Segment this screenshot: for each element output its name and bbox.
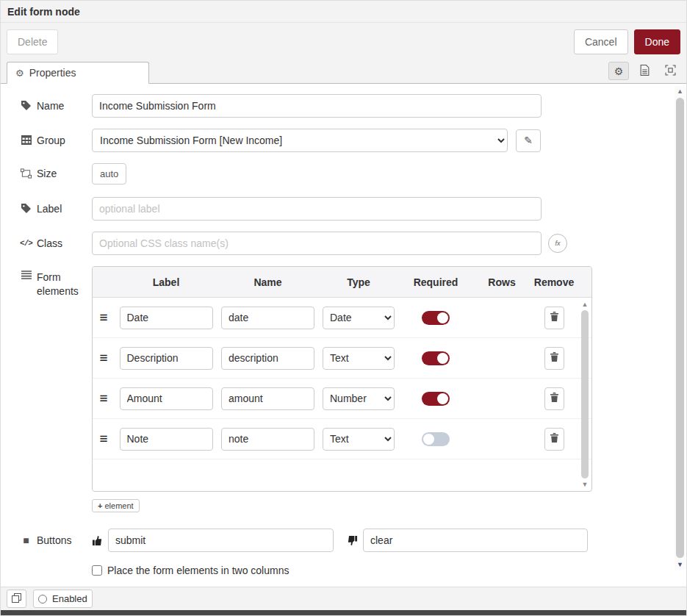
pencil-icon: ✎	[524, 135, 533, 146]
element-name-input[interactable]	[221, 347, 314, 370]
table-row: ≡ Text	[93, 419, 591, 459]
two-columns-checkbox[interactable]	[92, 565, 102, 576]
buttons-label-group: ■ Buttons	[21, 534, 92, 548]
code-icon: </>	[21, 239, 32, 248]
tab-properties[interactable]: ⚙ Properties	[7, 62, 149, 84]
expand-icon-button[interactable]	[660, 62, 680, 80]
submit-button-input[interactable]	[108, 529, 334, 552]
buttons-label: Buttons	[37, 534, 71, 548]
header-type: Type	[318, 276, 399, 288]
add-element-button[interactable]: + element	[92, 499, 140, 512]
two-columns-label: Place the form elements in two columns	[107, 565, 289, 576]
drag-handle-icon[interactable]: ≡	[93, 309, 115, 326]
gear-icon: ⚙	[15, 68, 24, 79]
form-elements-row: Form elements Label Name Type Required R…	[21, 266, 669, 512]
label-input[interactable]	[92, 197, 542, 221]
plus-icon: +	[98, 501, 102, 510]
cancel-button[interactable]: Cancel	[574, 29, 628, 54]
enabled-toggle-button[interactable]: Enabled	[33, 590, 93, 608]
scroll-up-icon[interactable]: ▲	[582, 300, 589, 309]
header-rows: Rows	[472, 276, 531, 288]
required-toggle[interactable]	[422, 311, 450, 325]
required-toggle[interactable]	[422, 392, 450, 406]
table-row: ≡ Date	[93, 298, 591, 338]
stacked-pages-icon	[12, 593, 21, 605]
dialog-title: Edit form node	[7, 6, 80, 18]
delete-element-button[interactable]	[544, 347, 564, 370]
name-label-group: Name	[21, 99, 92, 113]
main-scrollbar[interactable]: ▲ ▼	[675, 86, 686, 570]
clear-button-input[interactable]	[363, 529, 588, 552]
main-scrollbar-thumb[interactable]	[676, 98, 684, 558]
size-label: Size	[37, 167, 57, 181]
label-field-label: Label	[37, 202, 62, 216]
name-input[interactable]	[92, 94, 542, 118]
delete-element-button[interactable]	[544, 307, 564, 329]
group-label: Group	[37, 134, 65, 148]
table-row: ≡ Number	[93, 379, 591, 419]
table-body: ≡ Date ≡ Te	[93, 298, 591, 491]
group-select[interactable]: Income Submission Form [New Income]	[92, 129, 508, 152]
tabbar-icon-group: ⚙	[608, 62, 680, 83]
element-name-input[interactable]	[221, 387, 314, 410]
delete-element-button[interactable]	[544, 428, 564, 451]
size-row: Size auto	[21, 163, 669, 185]
dialog-titlebar: Edit form node	[1, 1, 686, 23]
element-type-select[interactable]: Text	[323, 347, 395, 370]
element-type-select[interactable]: Number	[323, 387, 395, 410]
required-toggle[interactable]	[422, 351, 450, 365]
thumbs-down-icon	[347, 535, 358, 546]
class-input[interactable]	[92, 232, 542, 255]
edit-group-button[interactable]: ✎	[516, 129, 541, 152]
drag-handle-icon[interactable]: ≡	[93, 431, 115, 447]
form-elements-table-wrap: Label Name Type Required Rows Remove ≡	[92, 266, 592, 512]
element-label-input[interactable]	[120, 347, 213, 370]
table-scrollbar[interactable]: ▲ ▼	[580, 300, 590, 489]
element-name-input[interactable]	[221, 307, 314, 329]
element-type-select[interactable]: Text	[323, 428, 395, 451]
dialog-actionbar: Delete Cancel Done	[1, 23, 686, 61]
form-elements-label-group: Form elements	[21, 271, 92, 298]
required-toggle[interactable]	[422, 432, 450, 446]
trash-icon	[550, 433, 558, 445]
workspace-edge-bar	[1, 610, 686, 615]
table-scrollbar-thumb[interactable]	[581, 310, 589, 479]
drag-handle-icon[interactable]: ≡	[93, 390, 115, 407]
expand-icon	[665, 65, 676, 78]
element-label-input[interactable]	[120, 428, 213, 451]
enabled-radio-icon	[38, 595, 47, 604]
element-name-input[interactable]	[221, 428, 314, 451]
thumbs-up-icon	[92, 535, 103, 546]
dialog-content: Name Group Income Submission Form [New I…	[1, 84, 686, 587]
table-header-row: Label Name Type Required Rows Remove	[93, 267, 591, 298]
element-label-input[interactable]	[120, 307, 213, 329]
list-icon	[21, 271, 32, 279]
scroll-down-icon[interactable]: ▼	[677, 559, 683, 570]
delete-button[interactable]: Delete	[7, 29, 58, 54]
drag-handle-icon[interactable]: ≡	[93, 350, 115, 366]
header-required: Required	[399, 276, 472, 288]
dialog-tabbar: ⚙ Properties ⚙	[1, 61, 686, 84]
label-label-group: Label	[21, 202, 92, 216]
done-button[interactable]: Done	[634, 29, 680, 54]
trash-icon	[550, 393, 558, 404]
tag-icon	[21, 204, 32, 213]
node-info-button[interactable]	[7, 590, 26, 608]
element-label-input[interactable]	[120, 387, 213, 410]
class-field-label: Class	[37, 237, 62, 251]
settings-gear-button[interactable]: ⚙	[608, 62, 629, 80]
name-label: Name	[37, 99, 64, 113]
doc-icon	[640, 65, 650, 78]
class-dynamic-button[interactable]: fx	[548, 234, 567, 253]
doc-icon-button[interactable]	[634, 62, 655, 80]
delete-element-button[interactable]	[544, 387, 564, 410]
group-row: Group Income Submission Form [New Income…	[21, 129, 669, 152]
scroll-down-icon[interactable]: ▼	[582, 480, 589, 489]
table-grid-icon	[21, 135, 32, 145]
scroll-up-icon[interactable]: ▲	[677, 86, 683, 96]
edit-form-node-dialog: Edit form node Delete Cancel Done ⚙ Prop…	[0, 0, 687, 616]
header-name: Name	[217, 276, 318, 288]
element-type-select[interactable]: Date	[323, 307, 395, 329]
trash-icon	[550, 352, 558, 364]
size-auto-button[interactable]: auto	[92, 163, 126, 185]
